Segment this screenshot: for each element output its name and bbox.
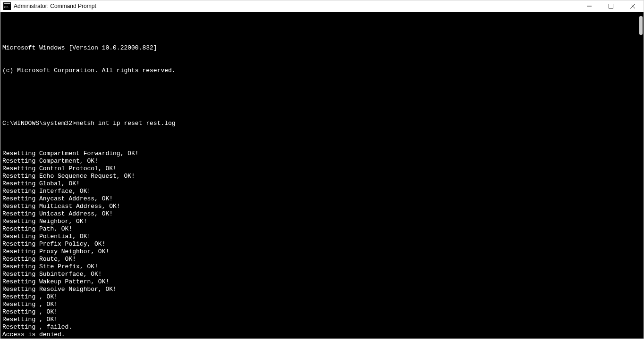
output-line: Resetting Potential, OK! xyxy=(2,233,642,240)
prompt: C:\WINDOWS\system32> xyxy=(2,120,76,127)
output-line: Resetting Path, OK! xyxy=(2,225,642,233)
close-button[interactable] xyxy=(622,0,644,12)
output-block: Resetting Compartment Forwarding, OK!Res… xyxy=(2,150,642,339)
app-window: C:\ Administrator: Command Prompt Micros… xyxy=(0,0,644,339)
output-line: Resetting Unicast Address, OK! xyxy=(2,210,642,218)
output-line: Resetting , OK! xyxy=(2,293,642,301)
titlebar[interactable]: C:\ Administrator: Command Prompt xyxy=(0,0,644,12)
output-line: Resetting Compartment, OK! xyxy=(2,157,642,165)
output-line: Resetting Control Protocol, OK! xyxy=(2,165,642,173)
window-controls xyxy=(578,0,644,12)
output-line: Resetting , OK! xyxy=(2,316,642,323)
output-line: Resetting Echo Sequence Request, OK! xyxy=(2,173,642,180)
output-line: Resetting , failed. xyxy=(2,323,642,331)
output-line: Resetting Subinterface, OK! xyxy=(2,271,642,278)
output-line: Resetting Route, OK! xyxy=(2,256,642,263)
output-line: Resetting , OK! xyxy=(2,308,642,316)
output-line: Access is denied. xyxy=(2,331,642,339)
output-line: Resetting Interface, OK! xyxy=(2,188,642,195)
svg-text:C:\: C:\ xyxy=(4,5,8,9)
output-line: Resetting Compartment Forwarding, OK! xyxy=(2,150,642,157)
output-line: Resetting Multicast Address, OK! xyxy=(2,203,642,210)
svg-rect-4 xyxy=(609,4,613,8)
output-line: Resetting Wakeup Pattern, OK! xyxy=(2,278,642,286)
output-line: Resetting Anycast Address, OK! xyxy=(2,195,642,203)
cmd-icon: C:\ xyxy=(3,2,11,10)
output-line: Resetting Proxy Neighbor, OK! xyxy=(2,248,642,256)
typed-command: netsh int ip reset rest.log xyxy=(76,120,176,127)
minimize-button[interactable] xyxy=(578,0,600,12)
output-line: Resetting Prefix Policy, OK! xyxy=(2,240,642,248)
banner-line: Microsoft Windows [Version 10.0.22000.83… xyxy=(2,44,642,52)
banner-line: (c) Microsoft Corporation. All rights re… xyxy=(2,67,642,74)
output-line: Resetting , OK! xyxy=(2,301,642,308)
window-title: Administrator: Command Prompt xyxy=(14,3,96,9)
output-line: Resetting Resolve Neighbor, OK! xyxy=(2,286,642,293)
prompt-line: C:\WINDOWS\system32>netsh int ip reset r… xyxy=(2,120,642,127)
maximize-button[interactable] xyxy=(600,0,622,12)
title-left: C:\ Administrator: Command Prompt xyxy=(3,2,96,10)
svg-rect-1 xyxy=(4,3,10,4)
output-line: Resetting Neighbor, OK! xyxy=(2,218,642,225)
scrollbar-thumb[interactable] xyxy=(639,16,643,35)
output-line: Resetting Site Prefix, OK! xyxy=(2,263,642,271)
output-line: Resetting Global, OK! xyxy=(2,180,642,188)
terminal-area[interactable]: Microsoft Windows [Version 10.0.22000.83… xyxy=(0,12,644,339)
blank-line xyxy=(2,90,642,97)
